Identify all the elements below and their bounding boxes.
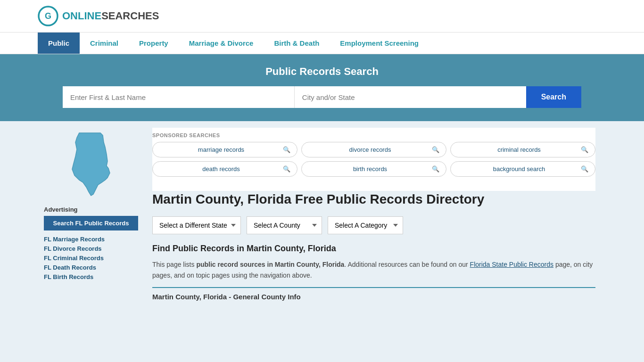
nav-item-public[interactable]: Public xyxy=(38,33,80,54)
search-icon-divorce: 🔍 xyxy=(432,146,439,153)
nav-item-criminal[interactable]: Criminal xyxy=(80,33,129,54)
sponsored-grid: marriage records 🔍 divorce records 🔍 cri… xyxy=(152,142,595,177)
search-fl-button[interactable]: Search FL Public Records xyxy=(44,216,138,230)
state-select[interactable]: Select a Different State xyxy=(152,216,241,234)
search-banner: Public Records Search Search xyxy=(0,54,644,121)
content-area: SPONSORED SEARCHES marriage records 🔍 di… xyxy=(143,121,605,307)
sponsored-section: SPONSORED SEARCHES marriage records 🔍 di… xyxy=(152,128,595,191)
advertising-label: Advertising xyxy=(44,206,138,213)
county-info-title: Martin County, Florida - General County … xyxy=(152,293,595,301)
sponsored-divorce[interactable]: divorce records 🔍 xyxy=(301,142,446,157)
sponsored-criminal[interactable]: criminal records 🔍 xyxy=(450,142,595,157)
sidebar-link-death[interactable]: FL Death Records xyxy=(44,263,138,271)
county-select[interactable]: Select A County xyxy=(247,216,322,234)
find-heading: Find Public Records in Martin County, Fl… xyxy=(152,244,595,254)
logo[interactable]: G ONLINESEARCHES xyxy=(38,6,159,26)
sidebar: Advertising Search FL Public Records FL … xyxy=(39,121,143,307)
search-icon-death: 🔍 xyxy=(283,165,290,173)
florida-map xyxy=(44,131,138,197)
main-nav: Public Criminal Property Marriage & Divo… xyxy=(0,33,644,54)
search-icon-criminal: 🔍 xyxy=(581,146,588,153)
header: G ONLINESEARCHES xyxy=(0,0,644,33)
sponsored-death[interactable]: death records 🔍 xyxy=(152,161,297,177)
sponsored-label: SPONSORED SEARCHES xyxy=(152,132,595,138)
sponsored-birth[interactable]: birth records 🔍 xyxy=(301,161,446,177)
section-divider xyxy=(152,287,595,288)
logo-text: ONLINESEARCHES xyxy=(62,10,159,22)
search-button[interactable]: Search xyxy=(526,86,581,108)
sidebar-link-birth[interactable]: FL Birth Records xyxy=(44,273,138,280)
location-input[interactable] xyxy=(295,86,526,108)
page-title: Martin County, Florida Free Public Recor… xyxy=(152,191,595,208)
sponsored-background[interactable]: background search 🔍 xyxy=(450,161,595,177)
sidebar-link-criminal[interactable]: FL Criminal Records xyxy=(44,254,138,262)
florida-state-link[interactable]: Florida State Public Records xyxy=(470,261,553,268)
sidebar-link-marriage[interactable]: FL Marriage Records xyxy=(44,235,138,243)
search-form: Search xyxy=(63,86,581,108)
nav-item-employment[interactable]: Employment Screening xyxy=(330,33,429,54)
sidebar-links: FL Marriage Records FL Divorce Records F… xyxy=(44,235,138,280)
sponsored-marriage[interactable]: marriage records 🔍 xyxy=(152,142,297,157)
search-banner-title: Public Records Search xyxy=(38,66,606,78)
sidebar-link-divorce[interactable]: FL Divorce Records xyxy=(44,245,138,252)
nav-item-birth-death[interactable]: Birth & Death xyxy=(264,33,330,54)
search-icon-background: 🔍 xyxy=(581,165,588,173)
category-select[interactable]: Select A Category xyxy=(328,216,403,234)
search-icon-birth: 🔍 xyxy=(432,165,439,173)
search-icon-marriage: 🔍 xyxy=(283,146,290,153)
dropdowns-row: Select a Different State Select A County… xyxy=(152,216,595,234)
main-area: Advertising Search FL Public Records FL … xyxy=(30,121,614,307)
nav-item-marriage-divorce[interactable]: Marriage & Divorce xyxy=(179,33,264,54)
description: This page lists public record sources in… xyxy=(152,259,595,280)
nav-item-property[interactable]: Property xyxy=(129,33,179,54)
svg-text:G: G xyxy=(45,11,51,21)
logo-icon: G xyxy=(38,6,58,26)
name-input[interactable] xyxy=(63,86,295,108)
